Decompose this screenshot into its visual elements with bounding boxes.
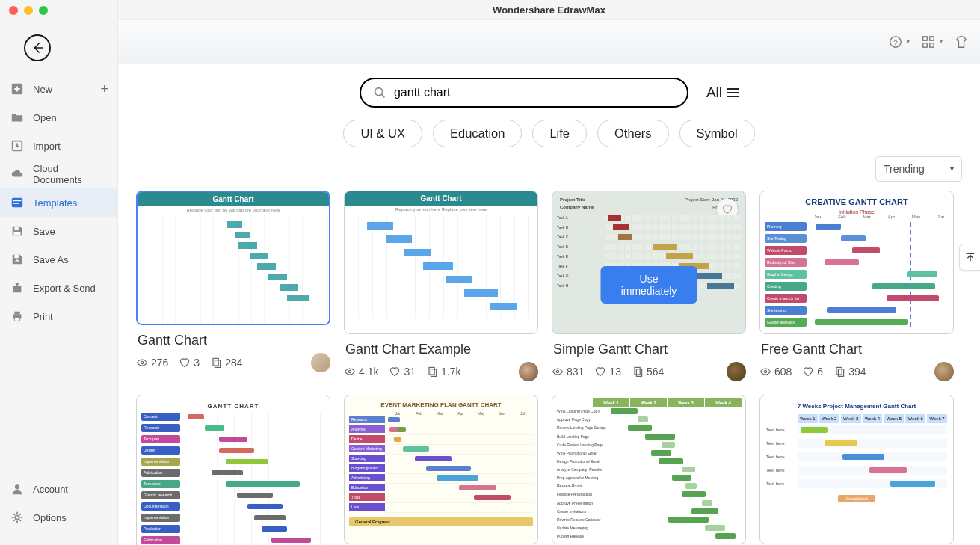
sidebar-item-account[interactable]: Account [0,475,117,503]
template-card[interactable]: 7 Weeks Project Management Gantt Chart W… [759,395,954,545]
sidebar-item-label: Options [33,512,67,523]
sidebar-item-label: Save As [33,254,69,265]
folder-icon [10,111,24,124]
back-button[interactable] [24,34,51,61]
likes-count: 31 [389,366,416,378]
shirt-icon[interactable] [955,35,968,49]
eye-icon [136,357,148,369]
sidebar-item-templates[interactable]: Templates [0,188,117,217]
template-card[interactable]: Project TitleProject Start: Jan 01, 2023… [552,191,746,381]
window-controls [0,0,117,21]
template-card[interactable]: Week 1Week 2Week 3Week 4 Write Landing P… [552,395,746,545]
chip-others[interactable]: Others [597,120,669,147]
add-new-icon[interactable]: + [100,81,108,97]
sidebar-item-options[interactable]: Options [0,503,117,532]
thumb-title: 7 Weeks Project Management Gantt Chart [766,400,947,414]
thumb-phase: Initiation Phase [760,209,953,215]
chip-education[interactable]: Education [433,120,522,147]
svg-text:?: ? [893,38,898,46]
sidebar-item-print[interactable]: Print [0,302,117,330]
author-avatar[interactable] [934,362,954,381]
close-window-icon[interactable] [9,6,18,15]
template-thumbnail[interactable]: GANTT CHART Concept Research Tech plan D… [136,395,330,545]
views-count: 608 [759,366,792,378]
template-thumbnail[interactable]: Week 1Week 2Week 3Week 4 Write Landing P… [552,395,746,544]
thumb-title: Gantt Chart [138,192,329,206]
author-avatar[interactable] [519,362,538,381]
chevron-down-icon[interactable]: ▾ [907,38,910,45]
svg-point-30 [764,370,766,372]
template-thumbnail[interactable]: 7 Weeks Project Management Gantt Chart W… [759,395,954,544]
back-button-wrap [0,21,117,75]
template-meta: 276 3 284 [136,353,330,372]
user-icon [10,482,24,496]
template-card[interactable]: EVENT MARKETING PLAN GANTT CHART JanFebM… [344,395,538,545]
svg-rect-16 [923,37,927,40]
template-thumbnail[interactable]: CREATIVE GANTT CHART Initiation Phase Ja… [759,191,954,334]
grid-icon[interactable] [922,35,935,49]
sidebar-item-label: Account [33,484,68,495]
arrow-left-icon [31,41,44,55]
template-title: Gantt Chart Example [345,342,537,357]
author-avatar[interactable] [727,362,746,381]
template-card[interactable]: Gantt Chart Replace your text he will ca… [136,191,330,381]
thumb-title: CREATIVE GANTT CHART [760,191,953,209]
sidebar-item-new[interactable]: New + [0,75,117,103]
help-icon[interactable]: ? [889,35,902,49]
heart-icon [389,366,401,378]
sidebar-bottom-nav: Account Options [0,475,117,545]
template-card[interactable]: CREATIVE GANTT CHART Initiation Phase Ja… [759,191,954,381]
search-input[interactable] [394,86,675,99]
use-immediately-button[interactable]: Use immediately [601,266,697,304]
template-thumbnail[interactable]: Project TitleProject Start: Jan 01, 2023… [552,191,746,334]
svg-rect-6 [14,232,21,235]
svg-rect-18 [923,43,927,47]
svg-point-21 [141,361,143,363]
sort-row: Trending ▾ [118,156,980,191]
sidebar-item-save-as[interactable]: Save As [0,245,117,274]
eye-icon [344,366,356,378]
search-box [360,78,688,108]
svg-point-20 [375,87,383,95]
svg-rect-29 [636,369,641,376]
thumb-company-name: Company Name [560,205,594,209]
maximize-window-icon[interactable] [39,6,48,15]
template-card[interactable]: GANTT CHART Concept Research Tech plan D… [136,395,330,545]
sort-dropdown[interactable]: Trending ▾ [875,156,962,182]
plus-square-icon [10,82,24,96]
chip-symbol[interactable]: Symbol [679,120,755,147]
eye-icon [552,366,564,378]
svg-rect-3 [13,200,22,201]
sidebar-item-cloud-documents[interactable]: Cloud Documents [0,160,117,188]
template-title: Simple Gantt Chart [553,342,745,357]
copies-count: 394 [833,366,866,378]
main-content: Wondershare EdrawMax ? ▾ ▾ All UI & UX E… [118,0,980,545]
sidebar: New + Open Import Cloud Documents Templa… [0,0,118,545]
copy-icon [632,366,644,378]
template-thumbnail[interactable]: EVENT MARKETING PLAN GANTT CHART JanFebM… [344,395,538,544]
filter-all-button[interactable]: All [706,84,739,101]
chip-ui-ux[interactable]: UI & UX [343,120,422,147]
likes-count: 6 [802,366,823,378]
scroll-top-button[interactable] [959,244,980,271]
chip-life[interactable]: Life [532,120,587,147]
category-chips: UI & UX Education Life Others Symbol [118,117,980,156]
sidebar-item-save[interactable]: Save [0,217,117,245]
template-thumbnail[interactable]: Gantt Chart Replace your text here Repla… [344,191,538,334]
chevron-down-icon[interactable]: ▾ [940,38,943,45]
author-avatar[interactable] [311,353,330,372]
sidebar-item-import[interactable]: Import [0,132,117,160]
copies-count: 1.7k [426,366,460,378]
templates-icon [10,196,24,209]
chevron-down-icon: ▾ [950,164,954,173]
thumb-title: GANTT CHART [141,398,325,413]
template-thumbnail[interactable]: Gantt Chart Replace your text he will ca… [136,191,330,325]
sidebar-item-export-send[interactable]: Export & Send [0,274,117,302]
sidebar-item-open[interactable]: Open [0,103,117,132]
search-row: All [118,64,980,117]
thumb-button: Completed [838,495,875,502]
minimize-window-icon[interactable] [24,6,33,15]
svg-rect-10 [14,312,19,315]
template-card[interactable]: Gantt Chart Replace your text here Repla… [344,191,538,381]
copies-count: 564 [632,366,664,378]
